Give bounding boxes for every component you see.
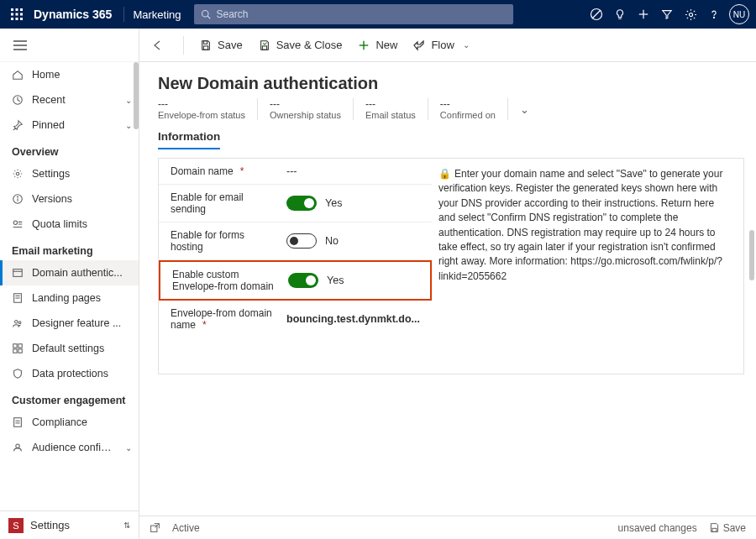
sidebar-item-versions[interactable]: Versions — [0, 186, 139, 212]
chevron-down-icon: ⌄ — [125, 96, 132, 105]
global-search[interactable] — [194, 4, 513, 24]
envelope-domain-value: bouncing.test.dynmkt.do... — [286, 313, 420, 325]
status-ownership: --- Ownership status — [258, 98, 354, 120]
form-panel: Domain name* --- Enable for email sendin… — [158, 158, 744, 374]
sidebar-item-label: Versions — [32, 193, 132, 205]
flow-label: Flow — [431, 39, 454, 51]
svg-rect-7 — [16, 18, 18, 20]
toggle-enable-forms[interactable] — [286, 233, 317, 249]
help-icon[interactable] — [702, 3, 726, 26]
sidebar-item-quota[interactable]: Quota limits — [0, 212, 139, 237]
sidebar-item-pinned[interactable]: Pinned ⌄ — [0, 113, 139, 138]
sidebar-item-home[interactable]: Home — [0, 62, 139, 87]
footer-save-button[interactable]: Save — [709, 522, 746, 534]
sidebar-item-data-protections[interactable]: Data protections — [0, 361, 139, 386]
toggle-label: Yes — [327, 275, 344, 286]
flow-icon — [412, 39, 426, 52]
svg-point-26 — [13, 221, 17, 224]
svg-rect-35 — [18, 344, 22, 348]
people-icon — [12, 317, 24, 329]
shield-icon — [12, 368, 24, 379]
app-launcher-icon[interactable] — [7, 4, 27, 24]
sidebar-item-settings[interactable]: Settings — [0, 161, 139, 186]
svg-rect-4 — [16, 13, 18, 16]
svg-point-17 — [713, 17, 714, 18]
sidebar-item-recent[interactable]: Recent ⌄ — [0, 87, 139, 113]
toggle-label: No — [325, 235, 339, 247]
svg-rect-2 — [20, 8, 23, 11]
flow-button[interactable]: Flow ⌄ — [412, 39, 469, 52]
back-button[interactable] — [148, 39, 168, 51]
scrollbar[interactable] — [134, 62, 139, 129]
quota-icon — [12, 218, 24, 230]
sidebar-item-label: Designer feature ... — [32, 317, 132, 329]
help-text: Enter your domain name and select "Save"… — [438, 168, 722, 267]
svg-rect-3 — [11, 13, 13, 16]
document-icon — [12, 416, 24, 428]
field-envelope-domain[interactable]: Envelope-from domain name* bouncing.test… — [159, 301, 432, 338]
sidebar-item-designer[interactable]: Designer feature ... — [0, 311, 139, 336]
help-panel: 🔒Enter your domain name and select "Save… — [432, 159, 743, 374]
info-icon — [12, 193, 24, 205]
field-domain-name[interactable]: Domain name* --- — [159, 159, 432, 185]
toggle-enable-custom-envelope[interactable] — [288, 273, 318, 288]
toggle-label: Yes — [325, 197, 342, 209]
avatar[interactable]: NU — [729, 4, 749, 24]
svg-rect-36 — [13, 349, 17, 353]
area-badge: S — [8, 518, 24, 533]
save-close-button[interactable]: Save & Close — [258, 39, 343, 52]
svg-rect-27 — [13, 270, 23, 277]
search-input[interactable] — [216, 8, 507, 20]
audience-icon — [12, 442, 24, 453]
sidebar: Home Recent ⌄ Pinned ⌄ Overview Settings… — [0, 29, 139, 539]
status-confirmed: --- Confirmed on — [428, 98, 508, 120]
sidebar-item-audience[interactable]: Audience configur... ⌄ — [0, 435, 139, 460]
lightbulb-icon[interactable] — [608, 3, 632, 26]
updown-icon[interactable]: ⇅ — [123, 521, 130, 530]
scrollbar[interactable] — [749, 230, 754, 280]
sidebar-item-domain-auth[interactable]: Domain authentic... — [0, 260, 139, 285]
sidebar-item-label: Domain authentic... — [32, 267, 132, 279]
svg-rect-48 — [712, 528, 717, 531]
status-email: --- Email status — [354, 98, 428, 120]
sidebar-area-switcher[interactable]: S Settings ⇅ — [0, 510, 139, 539]
popout-icon[interactable] — [150, 522, 160, 533]
save-button[interactable]: Save — [199, 39, 243, 52]
gear-icon[interactable] — [679, 3, 702, 26]
sidebar-item-landing[interactable]: Landing pages — [0, 285, 139, 311]
home-icon — [12, 69, 24, 81]
svg-point-16 — [689, 13, 692, 16]
chevron-down-icon: ⌄ — [125, 443, 132, 453]
form-left-column: Domain name* --- Enable for email sendin… — [159, 159, 432, 374]
grid-icon — [12, 343, 24, 354]
new-label: New — [375, 39, 397, 51]
assistant-icon[interactable] — [585, 3, 608, 26]
svg-line-10 — [208, 16, 211, 18]
global-header: Dynamics 365 Marketing NU — [0, 0, 756, 29]
page-title: New Domain authentication — [158, 74, 756, 93]
sidebar-item-label: Pinned — [32, 119, 117, 131]
status-envelope-from: --- Envelope-from status — [158, 98, 258, 120]
tab-information[interactable]: Information — [158, 130, 220, 149]
save-close-icon — [258, 39, 271, 52]
field-enable-email[interactable]: Enable for email sending Yes — [159, 185, 432, 222]
field-enable-forms[interactable]: Enable for forms hosting No — [159, 222, 432, 260]
svg-rect-42 — [203, 40, 207, 44]
svg-rect-0 — [11, 8, 13, 11]
sidebar-item-compliance[interactable]: Compliance — [0, 410, 139, 435]
toggle-enable-email[interactable] — [286, 196, 317, 211]
svg-rect-1 — [16, 8, 18, 11]
sidebar-item-label: Compliance — [32, 416, 132, 428]
expand-status-button[interactable]: ⌄ — [520, 103, 529, 116]
new-button[interactable]: New — [357, 39, 397, 52]
svg-point-32 — [15, 321, 18, 324]
hamburger-icon[interactable] — [0, 29, 139, 62]
filter-icon[interactable] — [655, 3, 679, 26]
svg-rect-6 — [11, 18, 13, 20]
sidebar-item-label: Default settings — [32, 343, 132, 354]
status-row: --- Envelope-from status --- Ownership s… — [158, 98, 756, 120]
sidebar-item-default[interactable]: Default settings — [0, 336, 139, 361]
field-enable-custom-envelope[interactable]: Enable custom Envelope-from domain Yes — [159, 260, 432, 301]
sidebar-section-engagement: Customer engagement — [0, 386, 139, 410]
add-icon[interactable] — [632, 3, 655, 26]
